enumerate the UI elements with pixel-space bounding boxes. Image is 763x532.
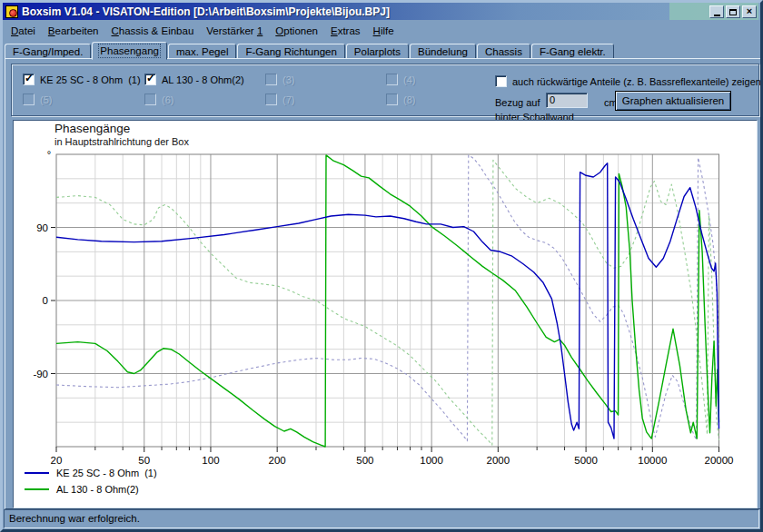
status-text: Berechnung war erfolgreich.: [9, 513, 140, 524]
tab-chassis[interactable]: Chassis: [477, 44, 530, 59]
title-bar: Boxsim V1.04 - VISATON-Edition [D:\Arbei…: [3, 3, 760, 20]
update-graphs-button[interactable]: Graphen aktualisieren: [615, 91, 731, 111]
checkbox-unchecked[interactable]: [265, 94, 277, 105]
driver-checkbox-label: (7): [282, 94, 294, 105]
driver-checkbox-8[interactable]: (8): [386, 94, 415, 105]
checkbox-unchecked[interactable]: [23, 94, 35, 105]
tab-label: F-Gang/Imped.: [13, 46, 83, 57]
driver-checkbox-label: AL 130 - 8 Ohm(2): [162, 74, 244, 85]
tab-phasengang[interactable]: Phasengang: [92, 42, 167, 60]
checkbox-unchecked[interactable]: [386, 94, 398, 105]
tab-b-ndelung[interactable]: Bündelung: [410, 44, 476, 59]
driver-checkbox-label: (6): [162, 94, 173, 105]
minimize-icon: [714, 15, 720, 16]
x-tick-label: 20: [51, 455, 63, 466]
driver-checkbox-label: (8): [403, 94, 415, 105]
x-tick-label: 2000: [487, 455, 510, 466]
driver-checkbox-5[interactable]: (5): [23, 94, 52, 105]
legend-line-swatch: [25, 488, 49, 490]
menu-item-datei[interactable]: Datei: [5, 24, 42, 38]
menu-item-bearbeiten[interactable]: Bearbeiten: [42, 24, 105, 38]
checkbox-checked[interactable]: ✓: [144, 74, 156, 85]
close-icon: ×: [747, 6, 752, 16]
x-tick-label: 10000: [638, 455, 667, 466]
menu-item-chassis-einbau[interactable]: Chassis & Einbau: [105, 24, 201, 38]
check-icon: ✓: [146, 72, 155, 84]
x-tick-label: 20000: [705, 455, 734, 466]
menu-item-extras[interactable]: Extras: [324, 24, 367, 38]
menu-bar: DateiBearbeitenChassis & EinbauVerstärke…: [3, 22, 760, 39]
legend-line-swatch: [25, 472, 49, 474]
y-tick-label: -90: [33, 369, 48, 379]
window-title: Boxsim V1.04 - VISATON-Edition [D:\Arbei…: [22, 5, 390, 18]
driver-checkbox-label: (3): [282, 74, 294, 85]
menu-item-hilfe[interactable]: Hilfe: [367, 24, 401, 38]
x-tick-label: 50: [138, 455, 150, 466]
tab-label: Bündelung: [418, 46, 468, 57]
driver-checkbox-3[interactable]: (3): [265, 74, 294, 85]
application-window: Boxsim V1.04 - VISATON-Edition [D:\Arbei…: [0, 0, 763, 532]
tab-label: max. Pegel: [176, 46, 229, 57]
checkbox-checked[interactable]: ✓: [23, 74, 35, 85]
bezug-auf-label: Bezug auf: [495, 97, 540, 108]
driver-checkbox-2[interactable]: ✓AL 130 - 8 Ohm(2): [144, 74, 244, 85]
tab-label: F-Gang Richtungen: [245, 46, 336, 57]
driver-checkbox-1[interactable]: ✓KE 25 SC - 8 Ohm (1): [23, 74, 141, 85]
app-icon-ball: [9, 9, 17, 17]
y-axis-unit-label: °: [47, 149, 51, 160]
tab-f-gang-elektr-[interactable]: F-Gang elektr.: [531, 44, 614, 59]
bezug-distance-input[interactable]: 0: [546, 93, 588, 108]
x-tick-label: 1000: [420, 455, 443, 466]
caption-buttons: ×: [709, 5, 757, 18]
tab-label: F-Gang elektr.: [540, 46, 606, 57]
tab-f-gang-imped-[interactable]: F-Gang/Imped.: [5, 44, 91, 59]
checkbox-unchecked[interactable]: [386, 74, 398, 85]
rear-portions-checkbox-box[interactable]: [495, 75, 507, 87]
tab-polarplots[interactable]: Polarplots: [346, 44, 409, 59]
y-tick-label: 0: [43, 295, 48, 306]
phase-plot: 20501002005001000200050001000020000900-9…: [14, 121, 758, 509]
legend-item-2: AL 130 - 8 Ohm(2): [25, 484, 139, 495]
driver-checkbox-6[interactable]: (6): [144, 94, 173, 105]
checkbox-unchecked[interactable]: [265, 74, 277, 85]
x-tick-label: 500: [356, 455, 373, 466]
chart-panel: Phasengänge in Hauptstrahlrichtung der B…: [13, 120, 758, 508]
driver-selection-panel: auch rückwärtige Anteile (z. B. Bassrefl…: [11, 64, 759, 116]
checkbox-unchecked[interactable]: [144, 94, 156, 105]
driver-checkbox-7[interactable]: (7): [265, 94, 294, 105]
tab-label: Phasengang: [100, 45, 159, 56]
rear-portions-checkbox-label: auch rückwärtige Anteile (z. B. Bassrefl…: [512, 76, 761, 87]
tab-label: Chassis: [485, 46, 522, 57]
tab-label: Polarplots: [354, 46, 401, 57]
phasengang-tab-page: auch rückwärtige Anteile (z. B. Bassrefl…: [5, 58, 763, 509]
menu-item-verst-rker-1[interactable]: Verstärker 1: [200, 24, 269, 38]
driver-checkbox-label: (5): [40, 94, 52, 105]
close-button[interactable]: ×: [742, 5, 757, 18]
rear-portions-checkbox[interactable]: auch rückwärtige Anteile (z. B. Bassrefl…: [495, 75, 761, 87]
legend-label: KE 25 SC - 8 Ohm (1): [56, 468, 157, 478]
tab-strip: F-Gang/Imped.Phasengangmax. PegelF-Gang …: [5, 41, 760, 59]
legend-item-1: KE 25 SC - 8 Ohm (1): [25, 468, 157, 478]
driver-checkbox-label: (4): [403, 74, 415, 85]
y-tick-label: 90: [36, 222, 48, 233]
driver-checkbox-4[interactable]: (4): [386, 74, 415, 85]
tab-max-pegel[interactable]: max. Pegel: [168, 44, 237, 59]
driver-checkbox-label: KE 25 SC - 8 Ohm (1): [40, 74, 141, 85]
x-tick-label: 5000: [574, 455, 598, 466]
maximize-icon: [729, 9, 737, 15]
x-tick-label: 100: [202, 455, 219, 466]
minimize-button[interactable]: [709, 5, 724, 18]
legend-label: AL 130 - 8 Ohm(2): [56, 484, 139, 495]
tab-f-gang-richtungen[interactable]: F-Gang Richtungen: [237, 44, 344, 59]
maximize-button[interactable]: [726, 5, 740, 18]
check-icon: ✓: [25, 72, 34, 84]
app-icon: [5, 5, 18, 18]
status-bar: Berechnung war erfolgreich.: [4, 509, 759, 528]
menu-item-optionen[interactable]: Optionen: [269, 24, 324, 38]
x-tick-label: 200: [269, 455, 286, 466]
